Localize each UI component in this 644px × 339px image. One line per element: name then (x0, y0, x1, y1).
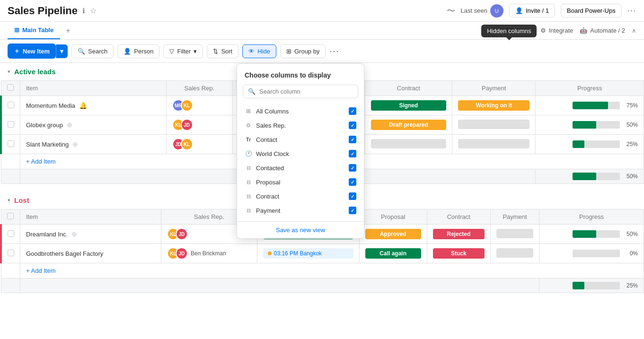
column-item-contract[interactable]: ⊟ Contract (239, 189, 362, 203)
last-seen-avatar: U (490, 4, 503, 17)
add-notification-icon[interactable]: ⊕ (67, 121, 72, 129)
new-item-button[interactable]: ＋ New Item (8, 43, 56, 59)
row-checkbox[interactable] (1, 115, 20, 135)
add-notification-icon[interactable]: ⊕ (71, 230, 77, 238)
progress-cell: 50% (536, 115, 644, 135)
add-tab-button[interactable]: + (62, 23, 74, 39)
row-checkbox[interactable] (1, 96, 20, 115)
star-icon[interactable]: ☆ (90, 6, 97, 15)
column-item-world-clock[interactable]: 🕐 World Clock (239, 147, 362, 161)
proposal-cell: Call again (359, 244, 427, 263)
item-cell: Slant Marketing ⊕ (20, 135, 167, 154)
person-icon: 👤 (515, 7, 523, 14)
last-seen-label: Last seen (461, 7, 487, 14)
hide-button[interactable]: 👁 Hide (242, 44, 276, 58)
person-filter-icon: 👤 (124, 48, 131, 55)
contract-icon: ⊟ (245, 192, 252, 200)
search-button[interactable]: 🔍 Search (71, 44, 114, 58)
tab-main-table[interactable]: ⊞ Main Table (8, 22, 60, 39)
filter-button[interactable]: ▽ Filter ▾ (163, 44, 203, 58)
summary-spacer (20, 278, 539, 293)
filter-icon: ▽ (169, 48, 174, 55)
world-clock-icon: 🕐 (245, 150, 252, 157)
contacted-checkbox[interactable] (349, 164, 356, 172)
status-badge: Stuck (433, 248, 485, 259)
contract-cell (365, 135, 452, 154)
progress-bar-bg (573, 173, 620, 180)
collapse-icon[interactable]: ∧ (632, 27, 636, 34)
new-item-btn-group: ＋ New Item ▾ (8, 43, 68, 59)
th-checkbox[interactable] (1, 81, 20, 96)
sales-rep-cell: KL JD Ben Brickman (161, 244, 257, 263)
info-icon[interactable]: ℹ (82, 7, 85, 15)
world-clock-checkbox[interactable] (349, 150, 356, 157)
column-item-all-columns[interactable]: ⊞ All Columns (239, 104, 362, 118)
progress-cell: 75% (536, 96, 644, 115)
add-notification-icon[interactable]: 🔔 (79, 102, 87, 109)
search-column-icon: 🔍 (248, 88, 256, 95)
hidden-columns-panel: Choose columns to display 🔍 ⊞ All Column… (237, 63, 364, 239)
progress-bar-bg (573, 140, 620, 148)
summary-progress-cell: 50% (536, 169, 644, 184)
all-columns-checkbox[interactable] (349, 107, 356, 115)
column-search-input[interactable] (259, 88, 353, 95)
save-new-view-button[interactable]: Save as new view (237, 221, 364, 238)
add-notification-icon[interactable]: ⊕ (72, 140, 78, 148)
row-checkbox[interactable] (1, 225, 20, 244)
column-item-contact[interactable]: Tr Contact (239, 132, 362, 147)
sales-rep-icon: ⚙ (245, 122, 252, 129)
sort-button[interactable]: ⇅ Sort (207, 44, 238, 58)
group-icon: ⊞ (286, 48, 291, 55)
proposal-checkbox[interactable] (349, 178, 356, 186)
proposal-icon: ⊟ (245, 178, 252, 186)
item-cell: Dreamland Inc. ⊕ (20, 225, 161, 244)
contract-checkbox[interactable] (349, 192, 356, 200)
header-more-button[interactable]: ··· (627, 7, 636, 15)
progress-bar-fill (573, 173, 596, 180)
payment-checkbox[interactable] (349, 207, 356, 214)
status-badge: Call again (365, 248, 421, 259)
add-item-row[interactable]: + Add Item (1, 263, 644, 278)
column-search-container[interactable]: 🔍 (243, 85, 358, 98)
th-checkbox[interactable] (1, 209, 20, 225)
automate-button[interactable]: 🤖 Automate / 2 (580, 27, 625, 34)
add-item-label[interactable]: + Add Item (20, 263, 644, 278)
avatar: JD (176, 228, 188, 240)
contract-cell: Draft prepared (365, 115, 452, 135)
chevron-down-icon: ▾ (8, 69, 10, 75)
power-ups-button[interactable]: Board Power-Ups (561, 4, 622, 17)
group-by-button[interactable]: ⊞ Group by (280, 44, 326, 58)
row-checkbox[interactable] (1, 244, 20, 263)
progress-label: 25% (624, 141, 638, 148)
avatar: KL (181, 138, 193, 150)
sales-rep-cell: MR KL (166, 96, 232, 115)
activity-icon[interactable]: 〜 (447, 5, 455, 17)
automate-icon: 🤖 (580, 27, 587, 34)
active-leads-title: Active leads (14, 68, 56, 76)
progress-bar-bg (573, 282, 620, 289)
contract-cell: Stuck (427, 244, 490, 263)
sales-rep-checkbox[interactable] (349, 122, 356, 129)
person-button[interactable]: 👤 Person (117, 44, 159, 58)
hidden-columns-tooltip: Hidden columns (481, 25, 537, 37)
new-item-dropdown-button[interactable]: ▾ (56, 44, 68, 58)
table-icon: ⊞ (14, 26, 19, 34)
column-item-payment[interactable]: ⊟ Payment (239, 203, 362, 217)
row-checkbox[interactable] (1, 135, 20, 154)
integrate-button[interactable]: ⚙ Integrate (540, 27, 573, 34)
th-contract: Contract (427, 209, 490, 225)
invite-button[interactable]: 👤 Invite / 1 (509, 4, 555, 17)
th-payment: Payment (490, 209, 539, 225)
progress-bar-bg (573, 250, 620, 257)
toolbar-more-button[interactable]: ··· (329, 46, 339, 56)
clock-dot (268, 252, 272, 255)
contact-checkbox[interactable] (349, 136, 356, 143)
th-contract: Contract (365, 81, 452, 96)
column-item-contacted[interactable]: ⊟ Contacted (239, 161, 362, 175)
clock-time: 03:16 PM Bangkok (274, 250, 322, 257)
column-item-proposal[interactable]: ⊟ Proposal (239, 175, 362, 189)
column-item-sales-rep[interactable]: ⚙ Sales Rep. (239, 118, 362, 132)
progress-cell: 0% (539, 244, 644, 263)
progress-label: 75% (624, 102, 638, 109)
world-clock-badge: 03:16 PM Bangkok (263, 248, 353, 259)
